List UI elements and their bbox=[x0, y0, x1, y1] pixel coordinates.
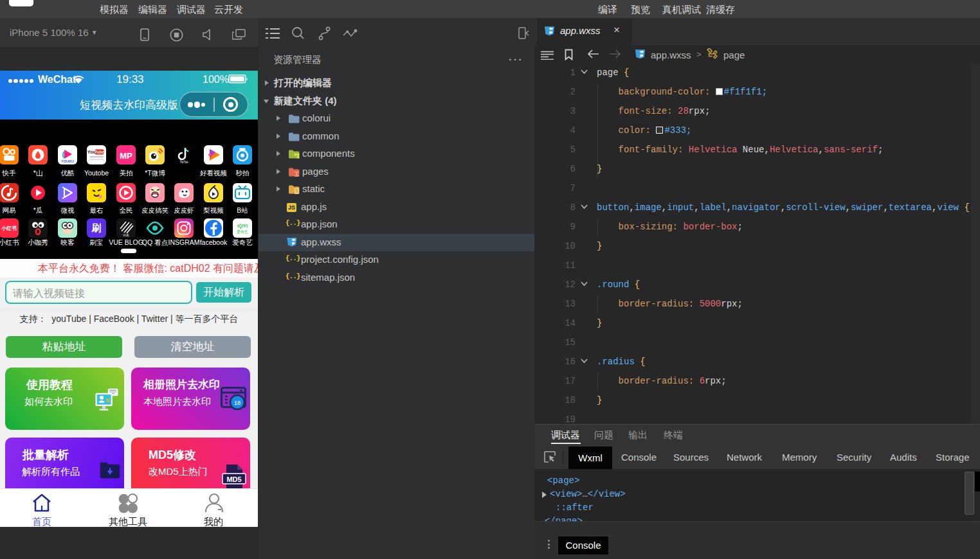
svg-text:YOUKU: YOUKU bbox=[61, 159, 74, 163]
svg-text:爱奇艺: 爱奇艺 bbox=[237, 229, 248, 235]
svg-text:MP: MP bbox=[120, 151, 132, 161]
svg-text:TikTok: TikTok bbox=[180, 161, 189, 164]
svg-text:VUE: VUE bbox=[123, 234, 129, 237]
svg-text:18: 18 bbox=[234, 400, 240, 406]
svg-text:Tube: Tube bbox=[95, 150, 104, 154]
svg-text:iQIYI: iQIYI bbox=[237, 224, 248, 229]
svg-text:MD5: MD5 bbox=[226, 475, 241, 483]
